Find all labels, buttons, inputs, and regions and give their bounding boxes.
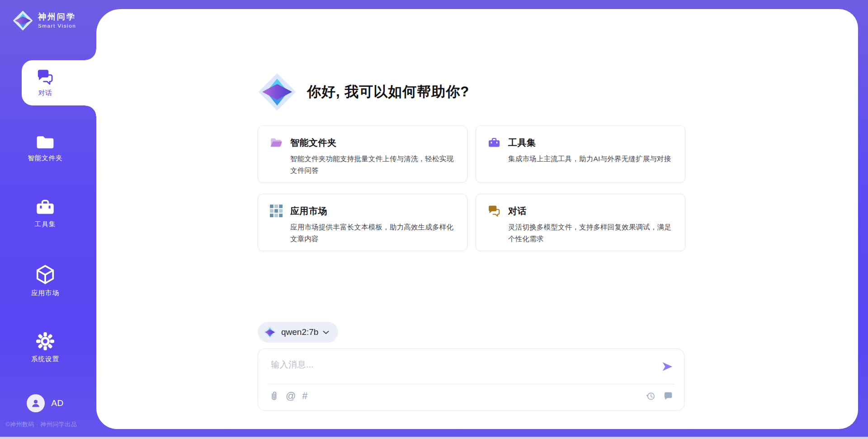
card-title: 应用市场 bbox=[290, 205, 327, 217]
window-bottom-edge bbox=[0, 437, 868, 439]
open-folder-icon bbox=[270, 136, 283, 149]
app-logo: 神州问学 Smart Vision bbox=[12, 10, 76, 31]
avatar bbox=[27, 394, 45, 412]
sidebar-item-smart-folder[interactable]: 智能文件夹 bbox=[3, 134, 88, 162]
diamond-logo-icon bbox=[257, 72, 297, 112]
chat-bubble-icon[interactable] bbox=[663, 391, 673, 401]
chat-icon bbox=[488, 205, 500, 217]
card-title: 工具集 bbox=[508, 137, 536, 149]
active-item-fillet-bottom bbox=[85, 105, 96, 116]
greeting-row: 你好, 我可以如何帮助你? bbox=[257, 72, 469, 112]
sidebar-item-label: 应用市场 bbox=[31, 289, 59, 297]
feature-cards: 智能文件夹 智能文件夹功能支持批量文件上传与清洗，轻松实现文件问答 工具集 集成… bbox=[258, 125, 685, 251]
main-content-panel: 你好, 我可以如何帮助你? 智能文件夹 智能文件夹功能支持批量文件上传与清洗，轻… bbox=[96, 9, 858, 429]
gear-icon bbox=[36, 332, 55, 351]
card-description: 集成市场上主流工具，助力AI与外界无缝扩展与对接 bbox=[508, 153, 673, 165]
card-chat[interactable]: 对话 灵活切换多模型文件，支持多样回复效果调试，满足个性化需求 bbox=[476, 194, 685, 251]
app-title: 神州问学 bbox=[38, 13, 76, 22]
chevron-down-icon bbox=[323, 330, 329, 334]
greeting-text: 你好, 我可以如何帮助你? bbox=[307, 82, 469, 101]
model-selector[interactable]: qwen2:7b bbox=[258, 322, 338, 343]
card-title: 对话 bbox=[508, 205, 527, 217]
sidebar-item-settings[interactable]: 系统设置 bbox=[3, 332, 88, 363]
diamond-logo-icon bbox=[263, 325, 277, 339]
card-description: 应用市场提供丰富长文本模板，助力高效生成多样化文章内容 bbox=[290, 221, 455, 244]
sidebar-item-label: 系统设置 bbox=[31, 355, 59, 363]
hash-icon[interactable]: # bbox=[302, 391, 307, 401]
sidebar: 神州问学 Smart Vision 对话 智能文件夹 工具集 应用市场 bbox=[0, 0, 96, 439]
history-icon[interactable] bbox=[646, 391, 656, 401]
grid-icon bbox=[270, 205, 283, 217]
sidebar-item-label: 智能文件夹 bbox=[28, 154, 63, 162]
composer-divider bbox=[268, 384, 674, 384]
app-subtitle: Smart Vision bbox=[38, 23, 76, 29]
card-smart-folder[interactable]: 智能文件夹 智能文件夹功能支持批量文件上传与清洗，轻松实现文件问答 bbox=[258, 125, 467, 183]
card-description: 灵活切换多模型文件，支持多样回复效果调试，满足个性化需求 bbox=[508, 221, 673, 244]
diamond-logo-icon bbox=[12, 10, 33, 31]
sidebar-item-label: 工具集 bbox=[35, 220, 56, 229]
footer-copyright: ©神州数码 · 神州问学出品 bbox=[5, 420, 77, 429]
cube-icon bbox=[36, 264, 55, 285]
sidebar-item-toolset[interactable]: 工具集 bbox=[3, 198, 88, 229]
user-initials: AD bbox=[51, 398, 63, 408]
sidebar-item-app-market[interactable]: 应用市场 bbox=[3, 264, 88, 297]
sidebar-item-label: 对话 bbox=[38, 89, 52, 97]
mention-icon[interactable]: @ bbox=[286, 391, 296, 401]
briefcase-icon bbox=[488, 136, 500, 149]
active-item-fillet-top bbox=[85, 49, 96, 60]
paperclip-icon[interactable] bbox=[269, 391, 279, 401]
briefcase-icon bbox=[35, 198, 55, 216]
card-description: 智能文件夹功能支持批量文件上传与清洗，轻松实现文件问答 bbox=[290, 153, 455, 176]
message-composer: @ # bbox=[258, 348, 684, 411]
send-icon[interactable] bbox=[661, 360, 674, 373]
card-app-market[interactable]: 应用市场 应用市场提供丰富长文本模板，助力高效生成多样化文章内容 bbox=[258, 194, 467, 251]
card-title: 智能文件夹 bbox=[290, 137, 337, 149]
chat-icon bbox=[37, 68, 54, 86]
message-input[interactable] bbox=[270, 357, 647, 372]
sidebar-item-chat[interactable]: 对话 bbox=[22, 60, 96, 105]
user-profile[interactable]: AD bbox=[3, 394, 88, 412]
folder-icon bbox=[36, 134, 55, 150]
model-name: qwen2:7b bbox=[281, 327, 318, 337]
card-toolset[interactable]: 工具集 集成市场上主流工具，助力AI与外界无缝扩展与对接 bbox=[476, 125, 685, 183]
